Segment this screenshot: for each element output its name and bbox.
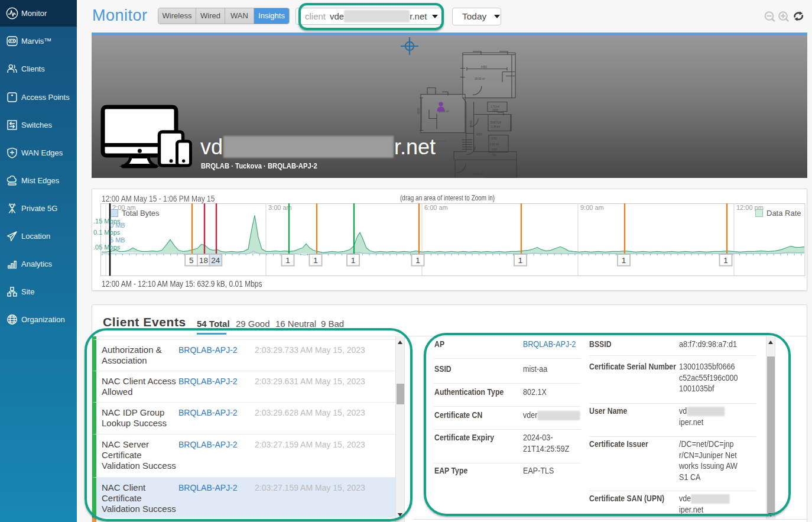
svg-text:1: 1 [285, 256, 290, 265]
svg-text:SVETLIK: SVETLIK [491, 121, 502, 124]
svg-text:3:00 am: 3:00 am [268, 204, 292, 211]
svg-text:1: 1 [313, 256, 318, 265]
svg-text:24: 24 [211, 256, 220, 265]
svg-text:1: 1 [518, 256, 523, 265]
svg-text:1: 1 [415, 256, 420, 265]
svg-text:18: 18 [199, 256, 208, 265]
svg-text:3.63 m²: 3.63 m² [490, 142, 499, 145]
svg-text:1630: 1630 [492, 108, 499, 111]
svg-text:3320: 3320 [476, 132, 483, 135]
svg-text:1780: 1780 [491, 148, 498, 151]
svg-text:1780: 1780 [491, 137, 498, 140]
svg-text:1: 1 [622, 256, 626, 265]
svg-text:1: 1 [723, 256, 728, 265]
svg-text:5: 5 [189, 256, 194, 265]
svg-text:1.72 m²: 1.72 m² [491, 105, 500, 108]
svg-text:18 00 m²: 18 00 m² [475, 77, 485, 80]
svg-text:4450: 4450 [481, 65, 488, 68]
svg-text:6000: 6000 [417, 107, 420, 114]
svg-text:6:00 am: 6:00 am [424, 204, 448, 211]
svg-text:1.34 m²: 1.34 m² [491, 125, 501, 128]
svg-text:23.65 m²: 23.65 m² [473, 172, 483, 175]
svg-text:9:00 am: 9:00 am [580, 204, 604, 211]
svg-text:1: 1 [351, 256, 356, 265]
svg-text:730: 730 [492, 153, 496, 156]
svg-text:5150: 5150 [470, 119, 473, 126]
